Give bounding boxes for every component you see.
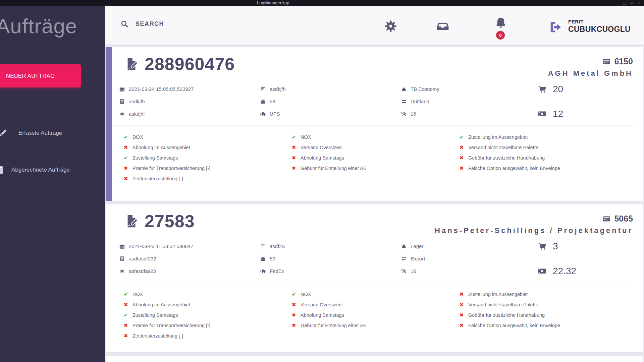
status-icon [459,291,464,297]
user-menu[interactable]: FERIT CUBUKCUOGLU [548,19,631,35]
order-options: DOX Abholung im Aussengebiet Zustellung … [106,289,643,341]
option-label: DOX [132,134,143,140]
detail-value: 16 [411,268,416,274]
option-row: Zeitfensterzustellung [-] [123,173,291,184]
card-divider [106,125,633,126]
window-title: LogManagerApp [257,0,289,5]
status-icon [123,155,128,161]
options-column: Zustellung im Aussengebiet Versand nicht… [459,132,643,184]
calculator-icon [0,165,4,175]
file-signature-icon [124,213,140,230]
detail-value: asdkjfh [270,86,286,92]
new-order-button[interactable]: NEUER AUFTRAG [0,64,81,87]
search-field[interactable] [120,19,244,28]
app-root: LogManagerApp Aufträge NEUER AUFTRAG Erf… [0,0,644,362]
asterisk-icon [119,268,125,274]
option-label: Versand Oversized [301,302,342,307]
detail-row-date: 2021-03-24 15:05:05.523927 [119,83,260,95]
customer-number-row: 5065 [602,214,633,224]
detail-row-destination: Export [401,252,532,265]
file-signature-icon [124,56,140,72]
sidebar-item-erfasste-auftraege[interactable]: Erfasste Aufträge [0,126,105,140]
detail-row-service: TB Economy [401,83,532,95]
order-id: 288960476 [124,55,235,73]
window-minimize-button[interactable] [631,1,633,5]
sidebar-item-abgerechnete-auftraege[interactable]: Abgerechnete Aufträge [0,163,105,177]
order-options: DOX Abholung im Aussengebiet Zustellung … [106,132,643,184]
topbar: 0 FERIT CUBUKCUOGLU [105,6,644,45]
status-icon [123,176,128,182]
detail-value: UPS [270,111,280,117]
inbox-icon[interactable] [435,20,450,33]
list-box-icon [119,256,125,262]
gear-icon[interactable] [384,20,397,33]
option-row: Abholung Samstags [291,310,459,320]
status-icon [291,322,297,328]
option-label: Versand Oversized [301,145,342,150]
stat-quantity: 3 [532,240,633,252]
status-icon [459,144,464,150]
detail-value: 2021-03-23 11:53:52.580047 [129,243,193,249]
window-close-button[interactable] [638,1,641,5]
option-label: Prämie für Transportversicherung [-] [132,166,210,171]
search-input[interactable] [135,20,244,28]
order-card-header: 288960476 6150 AGH Metal GmbH [106,47,643,74]
asterisk-icon [119,111,125,117]
calendar-icon [119,243,125,249]
money-bill-icon [538,266,547,276]
option-row: NOX [291,132,459,142]
option-label: Falsche Option ausgewählt, kein Envelope [468,166,560,171]
option-row: Prämie für Transportversicherung [-] [123,320,291,330]
order-number: 288960476 [145,55,235,73]
status-icon [123,322,128,328]
order-card-header: 27583 5065 Hans-Peter-Schillings / Proje… [106,204,643,231]
status-icon [291,155,297,161]
exchange-icon [401,256,407,262]
detail-value: asdfasdf232 [129,256,156,261]
status-icon [123,302,128,308]
detail-value: 16 [411,111,416,117]
status-icon [123,134,128,140]
status-icon [459,155,464,161]
option-label: Abholung im Aussengebiet [132,145,190,150]
search-icon [120,19,129,28]
option-row: Gebühr für Erstellung einer AE [291,163,459,173]
order-card[interactable] [106,356,643,362]
bell-icon [494,16,507,29]
detail-value: askdjhf [129,111,145,117]
customer-number: 6150 [614,57,633,66]
order-card[interactable]: 288960476 6150 AGH Metal GmbH 2021-03-24… [106,47,643,201]
cart-icon [538,242,547,251]
detail-row: asdf23 [260,240,401,252]
detail-row-note: asfasdfas23 [119,265,260,277]
detail-row-tax: %16 [401,265,532,277]
stat-spacer [532,95,633,108]
detail-value: 56 [270,99,275,104]
customer-block: 5065 Hans-Peter-Schillings / Projektagen… [435,213,633,235]
stat-value: 3 [553,241,558,252]
detail-row-carrier: FedEx [260,265,401,277]
option-label: Abholung Samstags [301,312,344,318]
lines-icon [260,86,266,92]
window-restore-button[interactable] [623,2,626,5]
options-column: DOX Abholung im Aussengebiet Zustellung … [123,132,291,184]
status-icon [291,165,297,171]
ship-icon [401,243,407,249]
status-icon [123,333,128,339]
option-label: Gebühr für Erstellung einer AE [301,166,367,171]
detail-value: FedEx [270,268,284,274]
option-row: Gebühr für zusäzliche Handhabung [459,310,643,320]
notifications-button[interactable]: 0 [493,16,508,42]
detail-value: asdkjfh [129,99,145,104]
order-card[interactable]: 27583 5065 Hans-Peter-Schillings / Proje… [106,204,643,352]
cart-icon [538,84,547,94]
option-row: Abholung im Aussengebiet [123,142,291,153]
detail-row-reference: asdfasdf232 [119,252,260,265]
status-icon [291,312,297,318]
status-icon [123,165,128,171]
truck-fast-icon [260,111,266,117]
status-icon [123,312,128,318]
option-row: Gebühr für zusäzliche Handhabung [459,153,643,163]
option-row: Zustellung im Aussengebiet [459,132,643,142]
window-controls [623,1,641,5]
